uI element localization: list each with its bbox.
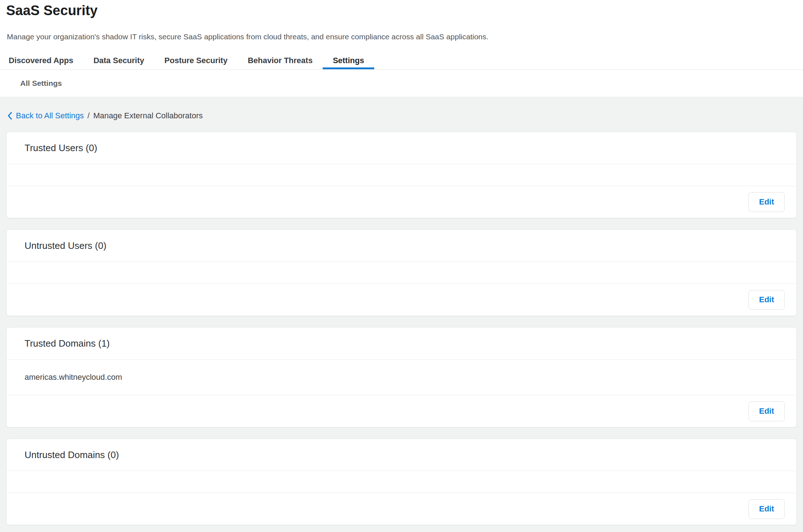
card-header: Untrusted Users (0) <box>6 230 797 261</box>
settings-card-trusted-domains: Trusted Domains (1) americas.whitneyclou… <box>6 327 797 427</box>
edit-button[interactable]: Edit <box>749 499 785 519</box>
page-header: SaaS Security Manage your organization's… <box>0 0 803 97</box>
card-body: americas.whitneycloud.com <box>6 359 797 395</box>
breadcrumb: Back to All Settings / Manage External C… <box>6 111 797 120</box>
card-footer: Edit <box>6 493 797 525</box>
settings-card-untrusted-users: Untrusted Users (0) Edit <box>6 229 797 316</box>
settings-card-untrusted-domains: Untrusted Domains (0) Edit <box>6 439 797 525</box>
edit-button[interactable]: Edit <box>749 401 785 421</box>
settings-card-trusted-users: Trusted Users (0) Edit <box>6 132 797 218</box>
card-title: Untrusted Domains (0) <box>25 449 119 461</box>
empty-row <box>6 164 797 186</box>
breadcrumb-current: Manage External Collaborators <box>93 111 202 120</box>
content-area: Back to All Settings / Manage External C… <box>0 97 803 532</box>
page-title: SaaS Security <box>0 0 803 19</box>
card-body <box>6 164 797 186</box>
page-subtitle: Manage your organization's shadow IT ris… <box>0 32 803 42</box>
tab-posture-security[interactable]: Posture Security <box>154 52 238 69</box>
card-header: Trusted Users (0) <box>6 132 797 164</box>
card-footer: Edit <box>6 186 797 218</box>
card-title: Untrusted Users (0) <box>25 240 106 251</box>
subnav-item-all-settings[interactable]: All Settings <box>20 79 62 88</box>
card-body <box>6 471 797 493</box>
card-title: Trusted Domains (1) <box>25 338 110 349</box>
cards-container: Trusted Users (0) Edit Untrusted Users (… <box>6 132 797 525</box>
card-footer: Edit <box>6 283 797 316</box>
tab-behavior-threats[interactable]: Behavior Threats <box>237 52 323 69</box>
back-link-label: Back to All Settings <box>16 111 84 120</box>
empty-row <box>6 471 797 493</box>
card-body <box>6 261 797 283</box>
tab-bar: Discovered AppsData SecurityPosture Secu… <box>0 52 803 70</box>
card-footer: Edit <box>6 395 797 427</box>
tab-discovered-apps[interactable]: Discovered Apps <box>0 52 83 69</box>
edit-button[interactable]: Edit <box>749 290 785 310</box>
tab-data-security[interactable]: Data Security <box>83 52 154 69</box>
list-item: americas.whitneycloud.com <box>6 359 797 395</box>
chevron-left-icon <box>7 111 13 120</box>
subnav: All Settings <box>0 70 803 97</box>
card-header: Trusted Domains (1) <box>6 327 797 359</box>
back-to-all-settings-link[interactable]: Back to All Settings <box>7 111 84 120</box>
tab-settings[interactable]: Settings <box>323 52 374 69</box>
breadcrumb-separator: / <box>87 111 90 120</box>
card-title: Trusted Users (0) <box>25 142 97 154</box>
empty-row <box>6 261 797 283</box>
edit-button[interactable]: Edit <box>749 192 785 212</box>
card-header: Untrusted Domains (0) <box>6 439 797 471</box>
